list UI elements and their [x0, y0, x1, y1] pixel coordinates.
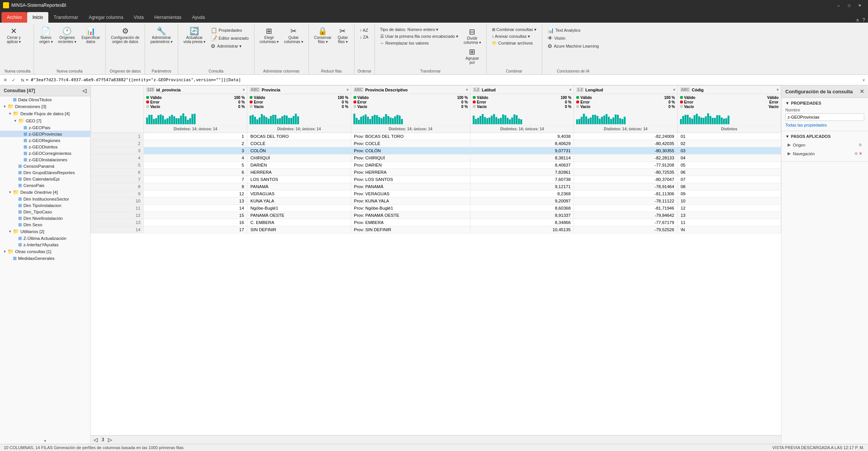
tab-ayuda[interactable]: Ayuda [187, 12, 210, 23]
col-filter-btn[interactable]: ▾ [466, 88, 468, 92]
ordenar-asc-btn[interactable]: ↑ AZ [358, 27, 371, 33]
agrupar-btn[interactable]: ⊞ Agruparpor [461, 46, 483, 66]
tab-vista[interactable]: Vista [128, 12, 149, 23]
config-origen-button[interactable]: ⚙ Configuración deorigen de datos [109, 26, 142, 45]
sidebar-item-dimSexo[interactable]: ▦Dim Sexo [0, 221, 90, 228]
step-info-btn[interactable]: ⚙ [859, 143, 862, 147]
step-delete-btn[interactable]: ✕ [859, 151, 862, 156]
especificar-datos-button[interactable]: 📊 Especificardatos [79, 26, 102, 45]
table-row[interactable]: 1316C. EMBERAProv: EMBERA8,34866-77,6717… [91, 219, 781, 226]
azure-ml-btn[interactable]: ⚙ Azure Machine Learning [545, 42, 601, 50]
sidebar-item-dimCalendarioEpi[interactable]: ▦Dim CalendarioEpi [0, 176, 90, 182]
sidebar-item-zGEODistritos[interactable]: ▦z-GEODistritos [0, 144, 90, 150]
table-row[interactable]: 88PANAMÁProv: PANAMÁ9,12171-78,9146408 [91, 183, 781, 190]
sidebar-item-zUltimaActualizacion[interactable]: ▦Z-Última Actualización [0, 235, 90, 241]
col-filter-btn[interactable]: ▾ [569, 88, 571, 92]
col-filter-btn[interactable]: ▾ [243, 88, 245, 92]
table-row[interactable]: 1417SIN DEFINIRProv: SIN DEFINIR10,45135… [91, 226, 781, 233]
propiedades-btn[interactable]: 📋 Propiedades [208, 26, 251, 34]
table-row[interactable]: 77LOS SANTOSProv: LOS SANTOS7,60738-80,3… [91, 176, 781, 183]
ordenar-desc-btn[interactable]: ↓ ZA [358, 34, 371, 40]
formula-cancel-btn[interactable]: ✕ [2, 76, 9, 84]
sidebar-item-dimTipoInstalacion[interactable]: ▦Dim TipoInstalacion [0, 202, 90, 209]
sidebar-item-zGEOProvincias[interactable]: ▦z-GEOProvincias [0, 131, 90, 137]
elegir-columnas-btn[interactable]: ⊞ Elegircolumnas ▾ [257, 26, 281, 45]
all-props-link[interactable]: Todas las propiedades [785, 123, 827, 127]
tipo-datos-btn[interactable]: Tipo de datos: Número entero ▾ [378, 26, 461, 33]
dividir-col-btn[interactable]: ⊟ Dividircolumna ▾ [461, 26, 483, 46]
reemplazar-valores-btn[interactable]: ↔ Reemplazar los valores [378, 40, 461, 46]
sidebar-item-dimensiones[interactable]: ▼📁Dimensiones [3] [0, 103, 90, 110]
sidebar-item-zGEOPais[interactable]: ▦z-GEOPais [0, 124, 90, 131]
table-row[interactable]: 912VERAGUASProv: VERAGUAS8,2368-81,11306… [91, 190, 781, 198]
combinar-archivos-btn[interactable]: 📁 Combinar archivos [490, 40, 539, 46]
table-row[interactable]: 55DARIÉNProv: DARIÉN8,40637-77,9120805 [91, 162, 781, 169]
tab-transformar[interactable]: Transformar [48, 12, 83, 23]
sidebar-item-dimGrupoEtareo[interactable]: ▦Dim GrupoEtáreoReportes [0, 169, 90, 176]
minimize-button[interactable]: – [833, 0, 844, 11]
sidebar-item-censoPanama[interactable]: ▦CensosPanamá [0, 163, 90, 169]
tab-agregar-columna[interactable]: Agregar columna [83, 12, 128, 23]
tab-archivo[interactable]: Archivo [2, 12, 27, 23]
applied-step-navegación[interactable]: ▶Navegación⚙✕ [785, 150, 864, 158]
ribbon-collapse-button[interactable]: ∧ [856, 17, 859, 23]
cerrar-aplicar-button[interactable]: ✕ Cerrar yaplicar ▾ [5, 26, 23, 45]
help-button[interactable]: ? [862, 17, 865, 23]
table-row[interactable]: 44CHIRIQUÍProv: CHIRIQUÍ8,38114-82,28133… [91, 154, 781, 162]
editor-avanzado-btn[interactable]: 📝 Editor avanzado [208, 34, 251, 42]
text-analytics-btn[interactable]: 📊 Text Analytics [545, 26, 601, 34]
step-info-btn[interactable]: ⚙ [854, 151, 858, 156]
quitar-filas-btn[interactable]: ✂ Quitarfilas ▾ [335, 26, 351, 45]
anexar-consultas-btn[interactable]: ↕ Anexar consultas ▾ [490, 33, 539, 40]
right-panel-close-btn[interactable]: ✕ [860, 88, 864, 94]
sidebar-item-zGEORegiones[interactable]: ▦z-GEORegiones [0, 137, 90, 144]
sidebar-item-otrasConsultas[interactable]: ▼📁Otras consultas [1] [0, 248, 90, 255]
conservar-filas-btn[interactable]: 🔒 Conservarfilas ▾ [312, 26, 334, 45]
table-row[interactable]: 1013KUNA YALAProv: KUNA YALA9,20097-78,1… [91, 198, 781, 205]
table-row[interactable]: 1215PANAMÁ OESTEProv: PANAMÁ OESTE8,9133… [91, 212, 781, 219]
sidebar-item-censoPais[interactable]: ▦CensoPais [0, 182, 90, 188]
tab-herramientas[interactable]: Herramientas [149, 12, 187, 23]
table-row[interactable]: 22COCLÉProv: COCLÉ8,40629-80,4203502 [91, 140, 781, 147]
close-button[interactable]: ✕ [854, 0, 865, 11]
table-row[interactable]: 11BOCAS DEL TOROProv: BOCAS DEL TORO9,40… [91, 133, 781, 140]
combinar-consultas-btn[interactable]: ⊞ Combinar consultas ▾ [490, 26, 539, 33]
maximize-button[interactable]: □ [844, 0, 854, 11]
administrar-params-button[interactable]: 🔧 Administrarparámetros ▾ [148, 26, 174, 45]
tab-inicio[interactable]: Inicio [27, 12, 48, 23]
nuevo-origen-button[interactable]: 📄 Nuevoorigen ▾ [37, 26, 55, 45]
sidebar-item-desdeFlujosDatos[interactable]: ▼📁Desde Flujos de datos [4] [0, 110, 90, 117]
next-page-btn[interactable]: ▷ [108, 437, 112, 443]
sidebar-item-utilitarios[interactable]: ▼📁Utilitarios [2] [0, 228, 90, 235]
sidebar-scroll-down[interactable]: ▼ [0, 438, 90, 444]
administrar-btn[interactable]: ⚙ Administrar ▾ [208, 42, 251, 50]
sidebar-item-medidasGenerales[interactable]: ▦MedidasGenerales [0, 255, 90, 261]
col-filter-btn[interactable]: ▾ [673, 88, 675, 92]
sidebar-item-zGEOInstalaciones[interactable]: ▦z-GEOInstalaciones [0, 156, 90, 163]
formula-input[interactable] [26, 77, 861, 82]
formula-confirm-btn[interactable]: ✓ [10, 76, 17, 84]
sidebar-item-zInterfazYAyudas[interactable]: ▦z-InterfazYAyudas [0, 241, 90, 248]
sidebar-item-zGEOCorregimientos[interactable]: ▦z-GEOCorregimientos [0, 150, 90, 156]
origenes-recientes-button[interactable]: 🕐 Orígenesrecientes ▾ [56, 26, 79, 45]
actualizar-preview-button[interactable]: 🔄 Actualizarvista previa ▾ [181, 26, 208, 45]
vision-btn[interactable]: 👁 Visión [545, 34, 601, 42]
table-row[interactable]: 66HERRERAProv: HERRERA7,82861-80,7253506 [91, 169, 781, 176]
prev-page-btn[interactable]: ◁ [94, 437, 98, 443]
sidebar-item-geo[interactable]: ▼📁GEO [7] [0, 117, 90, 124]
table-row[interactable]: 33COLÓNProv: COLÓN9,07731-80,3035503 [91, 147, 781, 154]
sidebar-item-dataOtrosTitulos[interactable]: ▦Data OtrosTitulos [0, 96, 90, 103]
query-name-input[interactable] [785, 113, 864, 121]
sidebar-item-dimTipoCaso[interactable]: ▦Dim_TipoCaso [0, 209, 90, 215]
sidebar-item-dimInstitucionesSector[interactable]: ▦Dim InstitucionesSector [0, 196, 90, 202]
sidebar-item-desdeOnedrive[interactable]: ▼📁Desde Onedrive [4] [0, 188, 90, 196]
col-filter-btn[interactable]: ▾ [347, 88, 348, 92]
col-filter-btn[interactable]: ▾ [777, 88, 779, 92]
applied-step-origen[interactable]: ▶Origen⚙ [785, 141, 864, 149]
usar-primera-fila-btn[interactable]: ☰ Usar la primera fila como encabezado ▾ [378, 33, 461, 40]
data-table-container[interactable]: 123 id_provincia ▾ Válido 100 % Error 0 … [91, 85, 781, 435]
table-row[interactable]: 1114Ngöbe-Buglé1Prov: Ngöbe-Buglé18,6036… [91, 205, 781, 212]
sidebar-item-dimNivelInstalacion[interactable]: ▦Dim NivelInstalación [0, 215, 90, 221]
formula-expand-btn[interactable]: ∨ [861, 78, 866, 82]
quitar-columnas-btn[interactable]: ✂ Quitarcolumnas ▾ [282, 26, 305, 45]
